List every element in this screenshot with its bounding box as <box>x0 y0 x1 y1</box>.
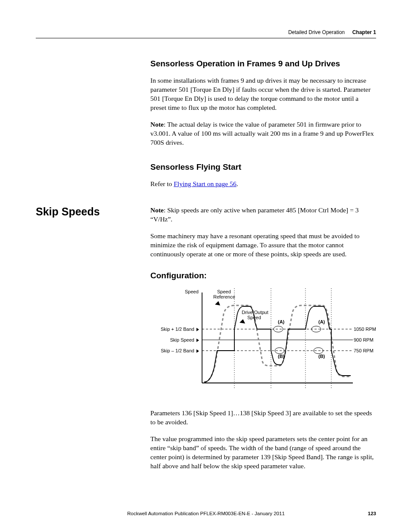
page-header: Detailed Drive Operation Chapter 1 <box>36 29 376 35</box>
label-skip-plus: Skip + 1/2 Band <box>158 327 199 332</box>
marker-A: (A) <box>278 319 284 324</box>
label-750rpm: 750 RPM <box>354 348 374 353</box>
label-900rpm: 900 RPM <box>354 337 374 342</box>
body-paragraph: Note: Skip speeds are only active when p… <box>150 206 376 224</box>
side-heading-area: Skip Speeds <box>36 206 143 218</box>
legend-speed-ref-2: Reference <box>213 294 235 299</box>
triangle-icon <box>196 328 199 331</box>
marker-A: (A) <box>318 319 325 324</box>
header-chapter: Chapter 1 <box>352 29 376 35</box>
body-paragraph: Parameters 136 [Skip Speed 1]…138 [Skip … <box>150 409 376 427</box>
label-skip-speed: Skip Speed <box>158 337 199 342</box>
link-flying-start[interactable]: Flying Start on page 56 <box>174 180 237 187</box>
legend-drive-out-1: Drive Output <box>242 310 268 315</box>
marker-B: (B) <box>318 354 325 359</box>
body-paragraph: Refer to Flying Start on page 56. <box>150 180 376 189</box>
note-text: : Skip speeds are only active when param… <box>150 206 359 223</box>
svg-marker-14 <box>240 319 245 324</box>
header-rule <box>36 38 376 38</box>
heading-flying-start: Sensorless Flying Start <box>150 162 376 172</box>
legend-drive-out-2: Speed <box>247 315 261 320</box>
note-label: Note <box>150 121 164 128</box>
page-number: 123 <box>368 511 376 516</box>
heading-configuration: Configuration: <box>150 271 376 280</box>
figure-skip-speed: Speed Speed Reference Drive Output Speed… <box>150 288 376 396</box>
y-axis-label: Speed <box>185 289 199 294</box>
body-paragraph: Some machinery may have a resonant opera… <box>150 232 376 259</box>
heading-sensorless-frames9: Sensorless Operation in Frames 9 and Up … <box>150 59 376 68</box>
legend-speed-ref-1: Speed <box>217 289 231 294</box>
heading-skip-speeds: Skip Speeds <box>36 206 143 218</box>
note-text: : The actual delay is twice the value of… <box>150 121 374 146</box>
triangle-icon <box>196 349 199 353</box>
body-paragraph: In some installations with frames 9 and … <box>150 76 376 112</box>
label-skip-minus: Skip – 1/2 Band <box>158 348 199 353</box>
text: . <box>237 180 238 187</box>
note-label: Note <box>150 206 164 214</box>
body-paragraph: The value programmed into the skip speed… <box>150 435 376 471</box>
body-paragraph: Note: The actual delay is twice the valu… <box>150 120 376 147</box>
triangle-icon <box>196 339 199 342</box>
page-footer: Rockwell Automation Publication PFLEX-RM… <box>36 511 376 516</box>
marker-B: (B) <box>278 354 284 359</box>
header-section: Detailed Drive Operation <box>288 29 345 35</box>
footer-text: Rockwell Automation Publication PFLEX-RM… <box>127 511 285 516</box>
svg-marker-13 <box>215 301 220 305</box>
label-1050rpm: 1050 RPM <box>354 327 376 332</box>
text: Refer to <box>150 180 174 187</box>
